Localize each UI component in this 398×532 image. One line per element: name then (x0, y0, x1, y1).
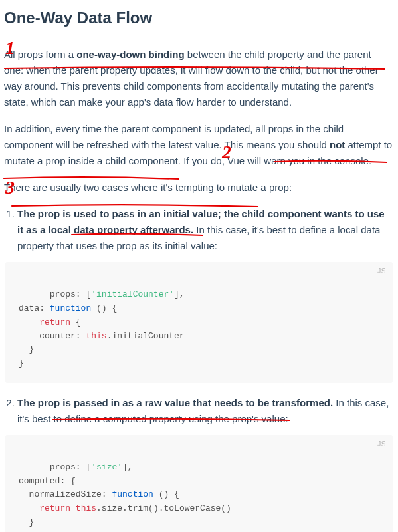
code-keyword: this (76, 503, 96, 513)
code-text: .size.trim().toLowerCase() (96, 503, 231, 513)
code-text: } (19, 344, 34, 354)
code-text: normalizedSize: (19, 489, 112, 499)
bold-text: one-way-down binding (76, 49, 184, 60)
code-lang-tag: JS (377, 439, 386, 450)
code-keyword: function (112, 489, 153, 499)
paragraph-2: In addition, every time the parent compo… (4, 121, 393, 169)
list-item: The prop is passed in as a raw value tha… (17, 395, 393, 532)
paragraph-1: All props form a one-way-down binding be… (4, 47, 393, 110)
code-text: () { (91, 303, 117, 313)
code-text: counter: (19, 331, 86, 341)
code-keyword: return (39, 503, 70, 513)
code-text: props: [ (50, 462, 91, 472)
code-text: ], (122, 462, 133, 472)
paragraph-3: There are usually two cases where it's t… (4, 180, 393, 196)
code-text: { (70, 317, 81, 327)
page-title: One-Way Data Flow (4, 5, 393, 31)
list-item: The prop is used to pass in an initial v… (17, 206, 393, 383)
code-text: } (19, 358, 24, 368)
code-text (19, 503, 39, 513)
code-text: ], (174, 289, 185, 299)
code-text: .initialCounter (107, 331, 185, 341)
ordered-list: The prop is used to pass in an initial v… (4, 206, 393, 532)
code-block-2: JSprops: ['size'], computed: { normalize… (5, 435, 393, 532)
code-text: computed: { (19, 476, 76, 486)
code-text: props: [ (50, 289, 91, 299)
code-string: 'initialCounter' (91, 289, 174, 299)
text: All props form a (4, 49, 76, 60)
code-block-1: JSprops: ['initialCounter'], data: funct… (5, 262, 393, 383)
code-text: } (19, 517, 34, 527)
code-keyword: this (86, 331, 106, 341)
code-text (19, 317, 39, 327)
code-text: () { (153, 489, 179, 499)
bold-text: not (330, 139, 345, 150)
text: In addition, every time the parent compo… (4, 123, 344, 150)
code-text (70, 503, 76, 513)
code-lang-tag: JS (377, 266, 386, 277)
code-text: data: (19, 303, 50, 313)
code-keyword: return (39, 317, 70, 327)
code-keyword: function (50, 303, 91, 313)
code-string: 'size' (91, 462, 122, 472)
bold-text: The prop is passed in as a raw value tha… (17, 397, 333, 408)
